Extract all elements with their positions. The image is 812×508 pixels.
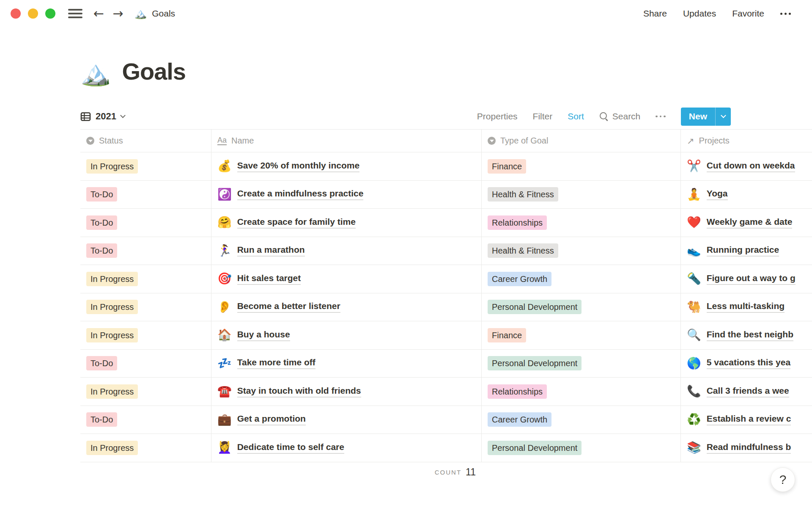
type-of-goal-cell[interactable]: Personal Development (482, 293, 681, 321)
more-options-icon[interactable] (780, 13, 791, 15)
project-cell[interactable]: 👟 Running practice (681, 237, 812, 265)
project-name: Weekly game & date (707, 217, 793, 229)
column-header-type-of-goal[interactable]: Type of Goal (482, 130, 681, 152)
table-row: In Progress ☎️ Stay in touch with old fr… (80, 378, 812, 406)
status-cell[interactable]: To-Do (80, 350, 211, 378)
name-cell[interactable]: ☯️ Create a mindfulness practice (211, 181, 482, 209)
sort-button[interactable]: Sort (568, 111, 584, 121)
status-cell[interactable]: In Progress (80, 434, 211, 462)
type-badge: Finance (488, 328, 526, 342)
goal-name: Buy a house (237, 329, 290, 341)
type-of-goal-cell[interactable]: Relationships (482, 378, 681, 406)
updates-button[interactable]: Updates (683, 8, 716, 19)
text-property-icon: Aa (217, 136, 227, 146)
close-window-button[interactable] (11, 8, 21, 19)
status-cell[interactable]: In Progress (80, 321, 211, 349)
project-cell[interactable]: 🐫 Less multi-tasking (681, 293, 812, 321)
status-badge: To-Do (86, 356, 117, 370)
page-title[interactable]: Goals (122, 58, 186, 85)
name-cell[interactable]: 💰 Save 20% of monthly income (211, 152, 482, 180)
goal-name: Become a better listener (237, 301, 340, 313)
status-cell[interactable]: To-Do (80, 406, 211, 434)
minimize-window-button[interactable] (28, 8, 38, 19)
zoom-window-button[interactable] (45, 8, 55, 19)
status-cell[interactable]: In Progress (80, 152, 211, 180)
name-cell[interactable]: 🏃‍♀️ Run a marathon (211, 237, 482, 265)
goal-emoji-icon: 🏠 (217, 329, 232, 341)
goal-name: Take more time off (237, 357, 315, 369)
search-button[interactable]: Search (599, 111, 641, 121)
project-emoji-icon: 📚 (687, 442, 701, 453)
project-cell[interactable]: 🔦 Figure out a way to g (681, 265, 812, 293)
count-footer[interactable]: COUNT 11 (80, 462, 482, 483)
back-arrow-icon[interactable]: ← (93, 7, 104, 20)
type-of-goal-cell[interactable]: Relationships (482, 209, 681, 237)
type-badge: Relationships (488, 215, 547, 230)
view-tab-2021[interactable]: 2021 (80, 111, 125, 122)
type-badge: Health & Fitness (488, 243, 558, 258)
share-button[interactable]: Share (643, 8, 667, 19)
column-label: Type of Goal (500, 136, 548, 146)
name-cell[interactable]: 🏠 Buy a house (211, 321, 482, 349)
forward-arrow-icon[interactable]: → (112, 7, 123, 20)
type-of-goal-cell[interactable]: Personal Development (482, 350, 681, 378)
type-of-goal-cell[interactable]: Career Growth (482, 265, 681, 293)
project-name: Yoga (707, 188, 728, 200)
view-more-options-icon[interactable] (656, 116, 666, 118)
table-row: In Progress 👂 Become a better listener P… (80, 293, 812, 322)
new-button-label[interactable]: New (681, 108, 715, 126)
project-cell[interactable]: 🌎 5 vacations this yea (681, 350, 812, 378)
type-badge: Health & Fitness (488, 187, 558, 202)
column-header-projects[interactable]: ↗ Projects (681, 130, 812, 152)
select-property-icon (488, 137, 496, 145)
project-cell[interactable]: 🔍 Find the best neighb (681, 321, 812, 349)
help-button[interactable]: ? (771, 467, 795, 492)
project-cell[interactable]: 🧘 Yoga (681, 181, 812, 209)
page-icon[interactable]: 🏔️ (80, 61, 111, 85)
search-icon (599, 112, 609, 121)
status-badge: In Progress (86, 300, 138, 314)
filter-button[interactable]: Filter (533, 111, 553, 121)
project-cell[interactable]: 📞 Call 3 friends a wee (681, 378, 812, 406)
status-cell[interactable]: In Progress (80, 378, 211, 406)
project-cell[interactable]: ❤️ Weekly game & date (681, 209, 812, 237)
goal-emoji-icon: 👂 (217, 301, 232, 313)
status-cell[interactable]: To-Do (80, 181, 211, 209)
column-header-status[interactable]: Status (80, 130, 211, 152)
page-favicon-icon: 🏔️ (134, 8, 147, 19)
favorite-button[interactable]: Favorite (732, 8, 764, 19)
type-of-goal-cell[interactable]: Finance (482, 321, 681, 349)
status-cell[interactable]: In Progress (80, 293, 211, 321)
name-cell[interactable]: 💆‍♀️ Dedicate time to self care (211, 434, 482, 462)
type-of-goal-cell[interactable]: Personal Development (482, 434, 681, 462)
status-cell[interactable]: To-Do (80, 209, 211, 237)
project-emoji-icon: 🐫 (687, 301, 701, 313)
status-cell[interactable]: In Progress (80, 265, 211, 293)
name-cell[interactable]: 💼 Get a promotion (211, 406, 482, 434)
new-button[interactable]: New (681, 108, 731, 126)
new-dropdown-button[interactable] (715, 108, 731, 126)
name-cell[interactable]: 👂 Become a better listener (211, 293, 482, 321)
type-of-goal-cell[interactable]: Health & Fitness (482, 181, 681, 209)
project-emoji-icon: 👟 (687, 245, 701, 257)
name-cell[interactable]: 🤗 Create space for family time (211, 209, 482, 237)
project-emoji-icon: ♻️ (687, 414, 701, 425)
properties-button[interactable]: Properties (477, 111, 518, 121)
sidebar-toggle-icon[interactable] (68, 9, 82, 18)
type-of-goal-cell[interactable]: Career Growth (482, 406, 681, 434)
status-cell[interactable]: To-Do (80, 237, 211, 265)
column-header-name[interactable]: Aa Name (211, 130, 482, 152)
name-cell[interactable]: 🎯 Hit sales target (211, 265, 482, 293)
name-cell[interactable]: 💤 Take more time off (211, 350, 482, 378)
type-of-goal-cell[interactable]: Finance (482, 152, 681, 180)
project-cell[interactable]: 📚 Read mindfulness b (681, 434, 812, 462)
column-label: Status (99, 136, 123, 146)
name-cell[interactable]: ☎️ Stay in touch with old friends (211, 378, 482, 406)
goal-emoji-icon: ☯️ (217, 189, 232, 200)
topbar-actions: Share Updates Favorite (643, 8, 791, 19)
project-name: Running practice (707, 245, 779, 257)
breadcrumb[interactable]: 🏔️ Goals (134, 8, 175, 19)
project-cell[interactable]: ♻️ Establish a review c (681, 406, 812, 434)
project-cell[interactable]: ✂️ Cut down on weekda (681, 152, 812, 180)
type-of-goal-cell[interactable]: Health & Fitness (482, 237, 681, 265)
